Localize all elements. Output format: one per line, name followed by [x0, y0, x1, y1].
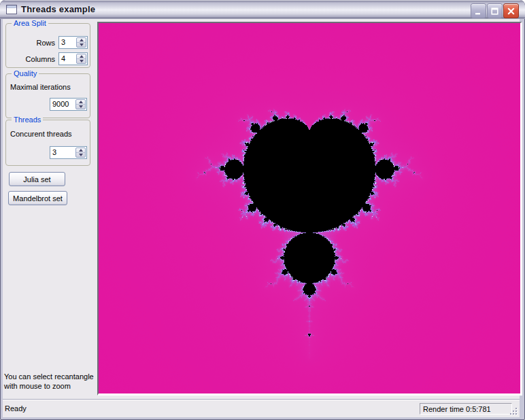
fractal-view-frame	[97, 22, 522, 396]
spin-up-icon	[80, 55, 84, 58]
threads-input[interactable]: 3	[50, 147, 75, 158]
rows-spinner: 3	[58, 36, 88, 49]
status-bar: Ready Render time 0:5:781	[3, 400, 520, 417]
columns-spin-down[interactable]	[77, 58, 86, 63]
render-time-panel: Render time 0:5:781	[420, 403, 512, 415]
zoom-hint-line2: with mouse to zoom	[4, 381, 94, 391]
columns-label: Columns	[6, 55, 55, 63]
resize-grip[interactable]	[509, 406, 518, 415]
group-threads: Threads Concurent threads 3	[5, 120, 90, 166]
zoom-hint-line1: You can select recantangle	[4, 372, 94, 381]
iterations-input[interactable]: 9000	[50, 99, 75, 110]
group-threads-label: Threads	[12, 116, 43, 124]
group-area-split-label: Area Split	[12, 19, 48, 27]
threads-spinner: 3	[50, 146, 87, 159]
spin-down-icon	[79, 154, 83, 156]
columns-spinner: 4	[58, 52, 88, 65]
spin-down-icon	[79, 105, 83, 108]
group-quality: Quality Maximal iterations 9000	[5, 73, 90, 118]
sidebar: Area Split Rows 3 Columns 4	[3, 19, 97, 400]
close-button[interactable]	[503, 3, 519, 18]
fractal-canvas[interactable]	[99, 23, 520, 393]
resize-grip-icon	[509, 407, 518, 416]
max-iterations-label: Maximal iterations	[10, 83, 71, 91]
spin-down-icon	[80, 43, 84, 46]
concurrent-threads-label: Concurent threads	[10, 130, 72, 138]
group-area-split: Area Split Rows 3 Columns 4	[5, 23, 90, 68]
mandelbrot-set-button[interactable]: Mandelbrot set	[8, 191, 67, 205]
rows-spin-buttons	[76, 37, 86, 48]
spin-up-icon	[80, 39, 84, 41]
rows-input[interactable]: 3	[59, 37, 75, 48]
close-icon	[507, 7, 515, 15]
columns-input[interactable]: 4	[59, 53, 75, 65]
app-window: Threads example Area Split Rows	[0, 0, 525, 420]
window-title: Threads example	[21, 4, 95, 14]
rows-label: Rows	[6, 39, 55, 47]
iterations-spin-buttons	[75, 99, 86, 109]
client-area: Area Split Rows 3 Columns 4	[3, 19, 520, 400]
threads-spin-buttons	[75, 147, 86, 158]
iterations-spin-down[interactable]	[76, 104, 85, 109]
status-message: Ready	[5, 404, 27, 413]
render-time-text: Render time 0:5:781	[423, 405, 491, 413]
zoom-hint: You can select recantangle with mouse to…	[4, 372, 94, 391]
spin-up-icon	[79, 149, 83, 152]
maximize-icon	[491, 7, 498, 15]
maximize-button[interactable]	[487, 3, 503, 18]
threads-spin-down[interactable]	[76, 152, 85, 157]
julia-set-button[interactable]: Julia set	[9, 172, 65, 186]
title-bar: Threads example	[0, 0, 525, 19]
spin-up-icon	[79, 101, 83, 103]
spin-down-icon	[80, 60, 84, 63]
group-quality-label: Quality	[12, 69, 39, 77]
columns-spin-buttons	[76, 54, 86, 64]
minimize-icon	[475, 7, 482, 15]
iterations-spinner: 9000	[50, 98, 87, 111]
app-icon	[6, 5, 17, 14]
minimize-button[interactable]	[471, 3, 486, 18]
rows-spin-down[interactable]	[77, 42, 86, 47]
